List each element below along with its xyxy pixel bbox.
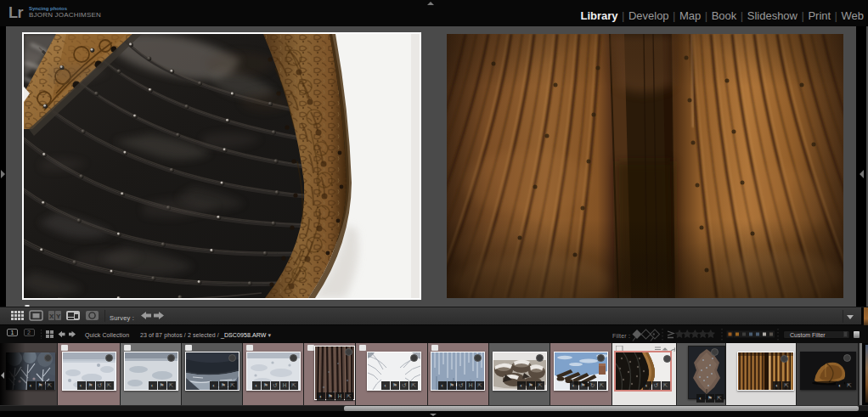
svg-text:Y: Y <box>56 313 61 320</box>
svg-text:X: X <box>49 313 54 320</box>
